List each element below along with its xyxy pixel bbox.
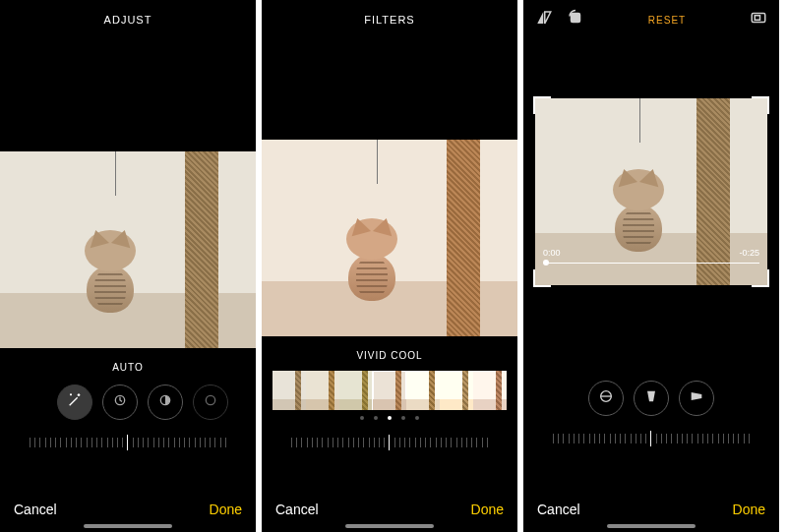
cancel-button[interactable]: Cancel (14, 502, 57, 517)
horizontal-skew-icon (689, 388, 704, 408)
value-slider[interactable] (291, 430, 488, 459)
cancel-button[interactable]: Cancel (275, 502, 319, 517)
media-preview[interactable]: 0:00 -0:25 (535, 98, 767, 285)
editor-screen-filters: FILTERS VIVID COOL (262, 0, 517, 532)
filter-name-label: VIVID COOL (356, 350, 422, 361)
filter-thumb[interactable] (272, 371, 306, 410)
flip-icon[interactable] (535, 9, 553, 30)
tab-crop[interactable] (713, 459, 737, 483)
tab-filters[interactable] (664, 459, 688, 483)
crop-frame[interactable]: 0:00 -0:25 (535, 98, 767, 285)
playhead-time-start: 0:00 (543, 248, 561, 258)
cancel-button[interactable]: Cancel (537, 502, 580, 517)
half-circle-icon (157, 392, 173, 412)
tab-crop[interactable] (452, 463, 475, 487)
sun-dial-icon (112, 392, 128, 412)
level-icon (598, 388, 614, 408)
crop-header: RESET (523, 0, 779, 39)
vertical-perspective-button[interactable] (634, 381, 669, 416)
tab-video[interactable] (566, 459, 589, 483)
vertical-skew-icon (643, 388, 659, 408)
exposure-button[interactable] (102, 384, 138, 420)
tab-adjust[interactable] (615, 459, 638, 483)
playhead-thumb[interactable] (543, 260, 549, 266)
crop-handle-tr[interactable] (752, 96, 769, 114)
playhead-time-end: -0:25 (739, 248, 759, 258)
done-button[interactable]: Done (210, 502, 242, 517)
adjustment-picker (57, 384, 199, 420)
auto-enhance-button[interactable] (57, 384, 92, 420)
filter-intensity-dots (360, 416, 419, 420)
tab-video[interactable] (42, 463, 66, 487)
mode-tabs (42, 463, 213, 487)
media-preview[interactable] (262, 140, 517, 336)
tab-filters[interactable] (402, 463, 426, 487)
home-indicator[interactable] (84, 524, 172, 528)
svg-rect-15 (755, 16, 759, 21)
reset-button[interactable]: RESET (648, 15, 686, 26)
straighten-controls (588, 381, 714, 416)
header-title: ADJUST (0, 0, 256, 39)
tab-video[interactable] (304, 463, 328, 487)
home-indicator[interactable] (607, 524, 696, 528)
filter-thumb[interactable] (440, 371, 473, 410)
filter-thumb[interactable] (306, 371, 339, 410)
filter-thumbnail-strip[interactable] (262, 371, 517, 410)
magic-wand-icon (67, 392, 83, 412)
value-slider[interactable] (30, 430, 226, 459)
preview-zone: VIVID COOL (262, 39, 517, 487)
tab-adjust[interactable] (353, 463, 377, 487)
done-button[interactable]: Done (471, 502, 504, 517)
aspect-ratio-icon[interactable] (750, 9, 767, 30)
crop-handle-tl[interactable] (533, 96, 551, 114)
playhead-track[interactable] (543, 263, 759, 265)
editor-screen-crop: RESET 0:00 -0:25 (523, 0, 779, 532)
filter-thumb[interactable] (339, 371, 373, 410)
crop-handle-br[interactable] (752, 269, 769, 287)
brilliance-button[interactable] (148, 384, 183, 420)
mode-tabs (566, 459, 737, 483)
svg-rect-14 (752, 14, 765, 23)
preview-zone: AUTO (0, 39, 256, 487)
home-indicator[interactable] (345, 524, 434, 528)
svg-rect-13 (572, 14, 580, 23)
dial-icon (203, 392, 218, 412)
tab-adjust[interactable] (91, 463, 115, 487)
tab-filters[interactable] (141, 463, 164, 487)
done-button[interactable]: Done (733, 502, 765, 517)
rotate-icon[interactable] (567, 9, 584, 30)
header-title: FILTERS (262, 0, 517, 39)
tab-crop[interactable] (190, 463, 213, 487)
adjustment-name-label: AUTO (112, 362, 144, 373)
filter-thumb[interactable] (406, 371, 440, 410)
next-adjustment-button[interactable] (193, 384, 228, 420)
straighten-button[interactable] (588, 381, 624, 416)
filter-thumb[interactable] (473, 371, 507, 410)
crop-handle-bl[interactable] (533, 269, 551, 287)
svg-point-2 (206, 395, 214, 404)
angle-slider[interactable] (553, 426, 750, 455)
editor-screen-adjust: ADJUST AUTO (0, 0, 256, 532)
media-preview[interactable] (0, 151, 256, 348)
mode-tabs (304, 463, 475, 487)
horizontal-perspective-button[interactable] (679, 381, 714, 416)
filter-thumb-selected[interactable] (373, 371, 406, 410)
